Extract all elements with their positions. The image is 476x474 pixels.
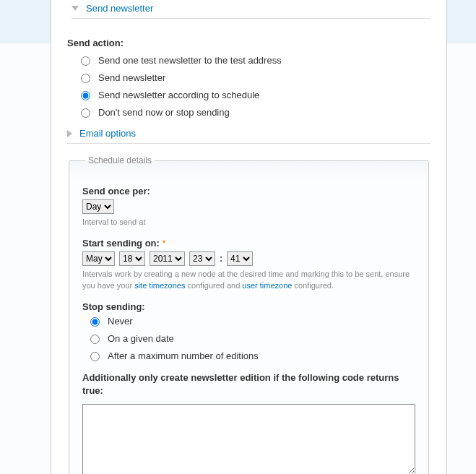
start-sending-label: Start sending on: * <box>82 238 415 249</box>
radio-send-newsletter[interactable] <box>81 74 90 83</box>
radio-test-newsletter[interactable] <box>81 56 90 66</box>
site-timezones-link[interactable]: site timezones <box>134 281 185 290</box>
time-colon: : <box>220 254 222 264</box>
radio-stop-date[interactable] <box>90 335 100 344</box>
send-action-group: Send one test newsletter to the test add… <box>67 54 430 118</box>
radio-stop-never-label: Never <box>108 316 133 327</box>
start-minute-select[interactable]: 41 <box>227 251 253 266</box>
schedule-fieldset: Schedule details Send once per: Day Inte… <box>69 155 429 474</box>
send-once-label: Send once per: <box>82 186 415 197</box>
start-hour-select[interactable]: 23 <box>189 251 215 266</box>
stop-sending-label: Stop sending: <box>82 301 415 312</box>
radio-send-newsletter-label: Send newsletter <box>98 72 165 83</box>
radio-send-schedule-label: Send newsletter according to schedule <box>98 90 259 100</box>
toggle-send-newsletter-link[interactable]: Send newsletter <box>86 3 153 14</box>
start-year-select[interactable]: 2011 <box>150 251 185 266</box>
toggle-send-newsletter[interactable]: Send newsletter <box>72 0 430 19</box>
toggle-email-options[interactable]: Email options <box>67 125 430 144</box>
send-once-select[interactable]: Day <box>82 199 114 214</box>
schedule-legend: Schedule details <box>85 155 155 165</box>
radio-send-schedule[interactable] <box>81 91 90 100</box>
radio-dont-send[interactable] <box>81 108 90 118</box>
start-month-select[interactable]: May <box>82 251 115 266</box>
start-day-select[interactable]: 18 <box>119 251 145 266</box>
radio-stop-never[interactable] <box>90 317 100 327</box>
send-action-label: Send action: <box>67 38 430 48</box>
start-sending-desc: Intervals work by creating a new node at… <box>82 269 415 291</box>
radio-test-newsletter-label: Send one test newsletter to the test add… <box>98 55 282 66</box>
condition-textarea[interactable] <box>82 404 415 474</box>
radio-dont-send-label: Don't send now or stop sending <box>98 107 230 118</box>
condition-label: Additionally only create newsletter edit… <box>82 371 415 397</box>
toggle-email-options-link[interactable]: Email options <box>79 128 136 139</box>
send-once-desc: Interval to send at <box>82 217 415 228</box>
radio-stop-editions-label: After a maximum number of editions <box>108 350 259 361</box>
disclosure-right-icon <box>67 130 72 137</box>
disclosure-down-icon <box>72 6 79 11</box>
radio-stop-date-label: On a given date <box>108 333 174 344</box>
user-timezone-link[interactable]: user timezone <box>242 281 292 290</box>
radio-stop-editions[interactable] <box>90 352 100 361</box>
